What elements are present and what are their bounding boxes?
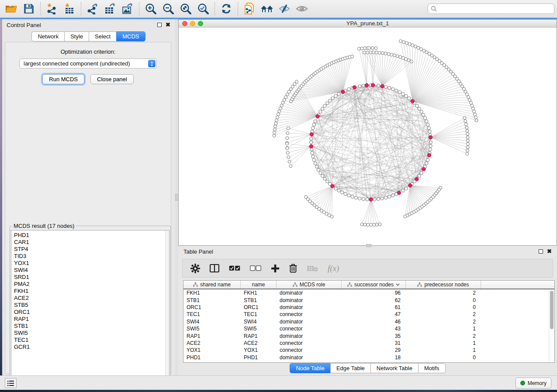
network-node[interactable] xyxy=(466,133,469,136)
dominator-node[interactable] xyxy=(415,177,419,181)
network-node[interactable] xyxy=(286,147,289,150)
mcds-result-item[interactable]: SRD1 xyxy=(14,274,169,281)
list-scrollbar[interactable] xyxy=(165,230,169,384)
import-network-button[interactable] xyxy=(43,1,61,16)
tab-network[interactable]: Network xyxy=(31,31,64,41)
network-from-file-button[interactable] xyxy=(241,1,258,16)
column-header-successor-nodes[interactable]: successor nodes xyxy=(342,281,406,289)
network-node[interactable] xyxy=(393,54,396,57)
network-node[interactable] xyxy=(331,96,334,100)
network-node[interactable] xyxy=(274,122,277,125)
dominator-node[interactable] xyxy=(365,83,368,87)
network-node[interactable] xyxy=(362,197,365,200)
dominator-node[interactable] xyxy=(369,198,373,201)
network-node[interactable] xyxy=(281,101,284,104)
criterion-dropdown[interactable]: largest connected component (undirected)… xyxy=(19,58,157,69)
network-canvas[interactable] xyxy=(179,28,557,245)
network-node[interactable] xyxy=(295,80,298,83)
network-node[interactable] xyxy=(334,187,337,190)
add-column-button[interactable] xyxy=(271,264,280,273)
network-node[interactable] xyxy=(360,47,363,50)
mcds-result-item[interactable]: PMA2 xyxy=(14,281,169,288)
network-node[interactable] xyxy=(415,104,419,107)
table-row[interactable]: PHD1PHD1dominator180 xyxy=(183,354,554,361)
close-panel-icon[interactable]: ✖ xyxy=(166,23,170,27)
network-node[interactable] xyxy=(371,47,374,50)
network-node[interactable] xyxy=(323,104,326,107)
network-node[interactable] xyxy=(426,123,429,126)
network-node[interactable] xyxy=(381,52,384,55)
column-header-MCDS-role[interactable]: MCDS role xyxy=(277,281,342,289)
dominator-node[interactable] xyxy=(397,191,401,194)
network-node[interactable] xyxy=(419,48,422,51)
network-node[interactable] xyxy=(319,110,322,113)
network-node[interactable] xyxy=(425,120,428,123)
tab-network-table[interactable]: Network Table xyxy=(370,363,418,373)
network-node[interactable] xyxy=(428,130,431,133)
network-node[interactable] xyxy=(351,195,354,198)
tab-select[interactable]: Select xyxy=(89,31,116,41)
mcds-result-item[interactable]: SWI5 xyxy=(14,330,169,337)
run-mcds-button[interactable]: Run MCDS xyxy=(42,74,84,84)
network-node[interactable] xyxy=(276,116,279,119)
network-node[interactable] xyxy=(469,101,472,104)
dominator-node[interactable] xyxy=(316,114,319,118)
network-node[interactable] xyxy=(366,198,369,201)
network-node[interactable] xyxy=(289,165,292,168)
network-node[interactable] xyxy=(408,96,411,100)
network-node[interactable] xyxy=(360,223,363,226)
network-node[interactable] xyxy=(337,189,340,192)
network-node[interactable] xyxy=(362,84,365,87)
mcds-result-item[interactable]: ORC1 xyxy=(14,309,169,316)
open-file-button[interactable] xyxy=(3,1,20,16)
search-input[interactable] xyxy=(437,6,551,12)
network-node[interactable] xyxy=(427,127,430,130)
vertical-splitter[interactable] xyxy=(175,19,178,375)
network-node[interactable] xyxy=(273,134,276,137)
mcds-result-item[interactable]: PHD1 xyxy=(14,232,169,239)
dominator-node[interactable] xyxy=(408,184,412,187)
network-node[interactable] xyxy=(466,129,469,132)
network-node[interactable] xyxy=(286,151,289,154)
network-node[interactable] xyxy=(275,119,278,122)
table-row[interactable]: RAP1RAP1dominator352 xyxy=(183,332,554,339)
network-node[interactable] xyxy=(326,102,329,105)
network-node[interactable] xyxy=(391,194,394,197)
network-node[interactable] xyxy=(471,104,474,107)
network-node[interactable] xyxy=(423,117,426,120)
network-node[interactable] xyxy=(401,93,405,96)
network-node[interactable] xyxy=(287,127,290,130)
network-window-titlebar[interactable]: YPA_prune.txt_1 xyxy=(179,20,557,28)
table-row[interactable]: SWI4SWI4dominator462 xyxy=(183,318,554,325)
tab-edge-table[interactable]: Edge Table xyxy=(330,363,370,373)
mcds-result-item[interactable]: TID3 xyxy=(14,253,169,260)
network-node[interactable] xyxy=(372,223,375,226)
network-node[interactable] xyxy=(334,94,337,97)
network-node[interactable] xyxy=(466,142,469,145)
network-node[interactable] xyxy=(401,56,405,59)
splitter-handle[interactable] xyxy=(175,194,178,201)
dominator-node[interactable] xyxy=(353,86,356,89)
zoom-in-button[interactable] xyxy=(142,1,159,16)
network-node[interactable] xyxy=(312,123,315,126)
network-node[interactable] xyxy=(390,53,393,56)
delete-column-button[interactable] xyxy=(289,264,297,273)
network-node[interactable] xyxy=(405,187,408,190)
network-node[interactable] xyxy=(420,110,423,113)
network-node[interactable] xyxy=(464,120,467,123)
network-node[interactable] xyxy=(279,107,282,110)
network-node[interactable] xyxy=(280,104,283,107)
import-table-button[interactable] xyxy=(61,1,78,16)
tab-node-table[interactable]: Node Table xyxy=(290,363,330,373)
mcds-result-item[interactable]: STP4 xyxy=(14,246,169,253)
network-node[interactable] xyxy=(388,86,391,89)
network-node[interactable] xyxy=(466,149,469,152)
network-node[interactable] xyxy=(378,223,381,226)
network-node[interactable] xyxy=(311,127,315,130)
mcds-result-item[interactable]: GCR1 xyxy=(14,344,169,351)
scrollbar-thumb[interactable] xyxy=(550,291,554,329)
network-node[interactable] xyxy=(408,43,411,46)
export-table-button[interactable] xyxy=(101,1,119,16)
export-network-button[interactable] xyxy=(84,1,101,16)
column-header-name[interactable]: name xyxy=(241,281,277,289)
